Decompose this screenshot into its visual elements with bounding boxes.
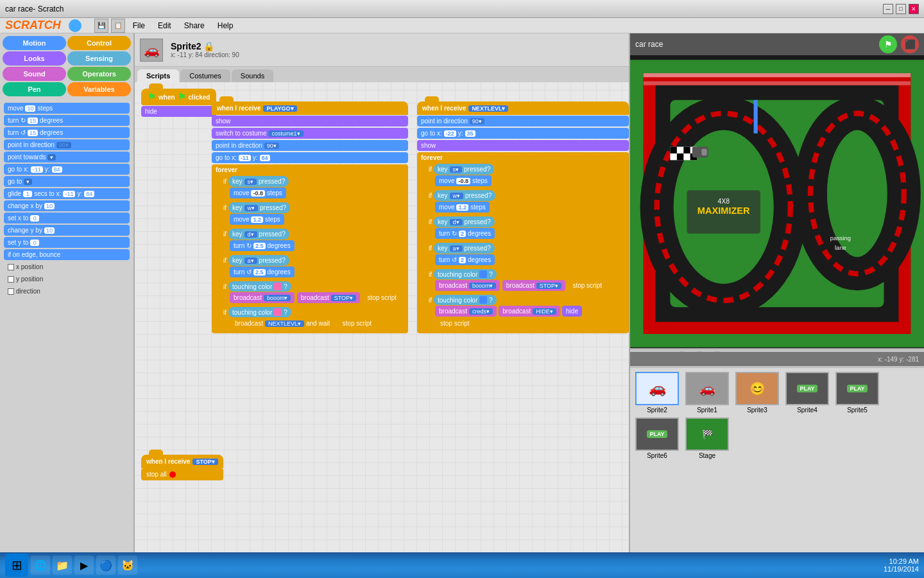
block-stop-script-4[interactable]: stop script (435, 318, 475, 329)
cat-looks[interactable]: Looks (3, 51, 66, 66)
if-key-d[interactable]: if key d▾ pressed? turn ↻ 2.5 degrees (221, 227, 404, 253)
block-y-pos[interactable]: y position (4, 274, 130, 285)
block-move-pos[interactable]: move 1.2 steps (230, 214, 284, 225)
sprite-thumb-sprite5[interactable]: PLAY Sprite5 (834, 372, 880, 414)
cat-sound[interactable]: Sound (3, 67, 66, 81)
block-point-direction[interactable]: point in direction 90▾ (4, 139, 130, 150)
globe-icon[interactable] (69, 19, 81, 32)
if-touching-color-1[interactable]: if touching color ? broadcast booom▾ bro… (221, 280, 404, 305)
cat-variables[interactable]: Variables (67, 82, 131, 96)
block-stop-script-2[interactable]: stop script (338, 318, 377, 329)
block-goto-xy[interactable]: go to x: -11 y: 84 (4, 164, 130, 175)
maximize-button[interactable]: □ (896, 4, 906, 14)
receive-hat-nextlevl[interactable]: when I receive NEXTLEVL▾ (417, 101, 629, 115)
if-key-s[interactable]: if key s▾ pressed? move -0.8 steps (221, 175, 404, 200)
save-icon[interactable]: 💾 (94, 19, 108, 33)
block-move[interactable]: move 10 steps (4, 103, 130, 114)
block-x-pos[interactable]: x position (4, 261, 130, 272)
if-key-d-2[interactable]: if key d▾ pressed? turn ↻ 2 degrees (426, 215, 625, 241)
forever-block-1[interactable]: forever if key s▾ pressed? move -0.8 ste… (212, 164, 408, 333)
cat-motion[interactable]: Motion (3, 36, 66, 50)
if-key-w[interactable]: if key w▾ pressed? move 1.2 steps (221, 201, 404, 227)
if-key-a[interactable]: if key a▾ pressed? turn ↺ 2.5 degrees (221, 254, 404, 279)
sprite-thumb-sprite4[interactable]: PLAY Sprite4 (784, 372, 830, 414)
block-switch-costume[interactable]: switch to costume costume1▾ (212, 128, 408, 139)
tab-costumes[interactable]: Costumes (180, 69, 230, 82)
block-point-dir-1[interactable]: point in direction 90▾ (212, 140, 408, 151)
block-stop-all[interactable]: stop all (141, 468, 223, 480)
block-broadcast-creds[interactable]: broadcast creds▾ (435, 306, 497, 317)
block-turn-ccw-3[interactable]: turn ↺ 2 degrees (435, 254, 495, 265)
block-move-neg[interactable]: move -0.8 steps (230, 188, 286, 198)
taskbar-ie[interactable]: 🌐 (31, 556, 50, 575)
block-hide-1[interactable]: hide (141, 106, 216, 117)
if-key-s-2[interactable]: if key s▾ pressed? move -0.8 steps (426, 162, 625, 188)
block-broadcast-stop-1[interactable]: broadcast STOP▾ (297, 292, 360, 303)
cat-pen[interactable]: Pen (3, 82, 66, 96)
if-touching-color-4[interactable]: if touching color ? broadcast creds▾ bro… (426, 293, 625, 331)
block-move-neg-2[interactable]: move -0.8 steps (435, 175, 492, 186)
when-flag-clicked[interactable]: ⚑ when ⚑ clicked (141, 89, 216, 105)
block-show[interactable]: show (212, 116, 408, 127)
block-direction-check[interactable]: direction (4, 286, 130, 297)
block-stop-script-1[interactable]: stop script (362, 292, 402, 303)
receive-hat-stop[interactable]: when I receive STOP▾ (141, 455, 223, 468)
tab-sounds[interactable]: Sounds (232, 69, 273, 82)
scripts-area[interactable]: ⚑ when ⚑ clicked hide when I receive PLA… (135, 82, 629, 578)
block-goto[interactable]: go to ▾ (4, 176, 130, 187)
block-hide-2[interactable]: hide (562, 306, 582, 317)
minimize-button[interactable]: ─ (883, 4, 893, 14)
block-goto-xy-2[interactable]: go to x: -22 y: 35 (417, 128, 629, 139)
menu-share[interactable]: Share (179, 20, 210, 31)
if-touching-color-2[interactable]: if touching color ? broadcast NEXTLEVL▾ … (221, 306, 404, 331)
if-key-a-2[interactable]: if key a▾ pressed? turn ↺ 2 degrees (426, 241, 625, 267)
taskbar-explorer[interactable]: 📁 (53, 556, 72, 575)
block-broadcast-hide[interactable]: broadcast HIDE▾ (499, 306, 560, 317)
block-move-pos-2[interactable]: move 1.2 steps (435, 202, 490, 213)
cat-sensing[interactable]: Sensing (67, 51, 131, 66)
forever-block-2[interactable]: forever if key s▾ pressed? move -0.8 ste… (417, 152, 629, 333)
tab-scripts[interactable]: Scripts (137, 69, 179, 82)
block-turn-cw-2[interactable]: turn ↻ 2.5 degrees (230, 240, 295, 251)
start-button[interactable]: ⊞ (5, 554, 28, 577)
block-goto-xy-1[interactable]: go to x: -11 y: 84 (212, 152, 408, 163)
block-set-x[interactable]: set x to 0 (4, 213, 130, 223)
block-point-towards[interactable]: point towards ▾ (4, 152, 130, 162)
block-glide[interactable]: glide 1 secs to x: -11 y: 84 (4, 188, 130, 199)
block-stop-script-3[interactable]: stop script (567, 280, 607, 291)
block-change-x[interactable]: change x by 10 (4, 200, 130, 211)
stage-play-button[interactable]: ⚑ (879, 35, 897, 53)
block-show-2[interactable]: show (417, 140, 629, 151)
sprite-thumb-stage[interactable]: 🏁 Stage (684, 417, 730, 459)
block-broadcast-boom-1[interactable]: broadcast booom▾ (230, 292, 295, 303)
block-change-y[interactable]: change y by 10 (4, 225, 130, 236)
copy-icon[interactable]: 📋 (111, 19, 125, 33)
receive-hat-playgo[interactable]: when I receive PLAYGO▾ (212, 101, 408, 115)
cat-control[interactable]: Control (67, 36, 131, 50)
sprite-thumb-sprite3[interactable]: 😊 Sprite3 (734, 372, 780, 414)
block-broadcast-nextlvl[interactable]: broadcast NEXTLEVL▾ and wait (230, 318, 335, 329)
block-broadcast-boom-2[interactable]: broadcast booom▾ (435, 280, 500, 291)
cat-operators[interactable]: Operators (67, 67, 131, 81)
menu-edit[interactable]: Edit (153, 20, 176, 31)
sprite-thumb-sprite1[interactable]: 🚗 Sprite1 (684, 372, 730, 414)
taskbar-chrome[interactable]: 🔵 (96, 556, 116, 575)
taskbar-scratch[interactable]: 🐱 (118, 556, 137, 575)
block-set-y[interactable]: set y to 0 (4, 237, 130, 248)
sprite-thumb-sprite2[interactable]: 🚗 Sprite2 (634, 372, 680, 414)
menu-file[interactable]: File (128, 20, 150, 31)
taskbar-media[interactable]: ▶ (74, 556, 94, 575)
block-turn-ccw[interactable]: turn ↺ 15 degrees (4, 127, 130, 138)
block-turn-cw[interactable]: turn ↻ 15 degrees (4, 115, 130, 126)
sprite-thumb-sprite6[interactable]: PLAY Sprite6 (634, 417, 680, 459)
block-turn-ccw-2[interactable]: turn ↺ 2.5 degrees (230, 267, 295, 277)
block-bounce[interactable]: if on edge, bounce (4, 249, 130, 260)
block-turn-cw-3[interactable]: turn ↻ 2 degrees (435, 228, 495, 239)
if-key-w-2[interactable]: if key w▾ pressed? move 1.2 steps (426, 189, 625, 215)
menu-help[interactable]: Help (212, 20, 239, 31)
stage-stop-button[interactable]: ⬛ (901, 35, 919, 53)
block-point-dir-2[interactable]: point in direction 90▾ (417, 116, 629, 127)
close-button[interactable]: ✕ (909, 4, 919, 14)
block-broadcast-stop-2[interactable]: broadcast STOP▾ (502, 280, 565, 291)
if-touching-color-3[interactable]: if touching color ? broadcast booom▾ bro… (426, 268, 625, 293)
